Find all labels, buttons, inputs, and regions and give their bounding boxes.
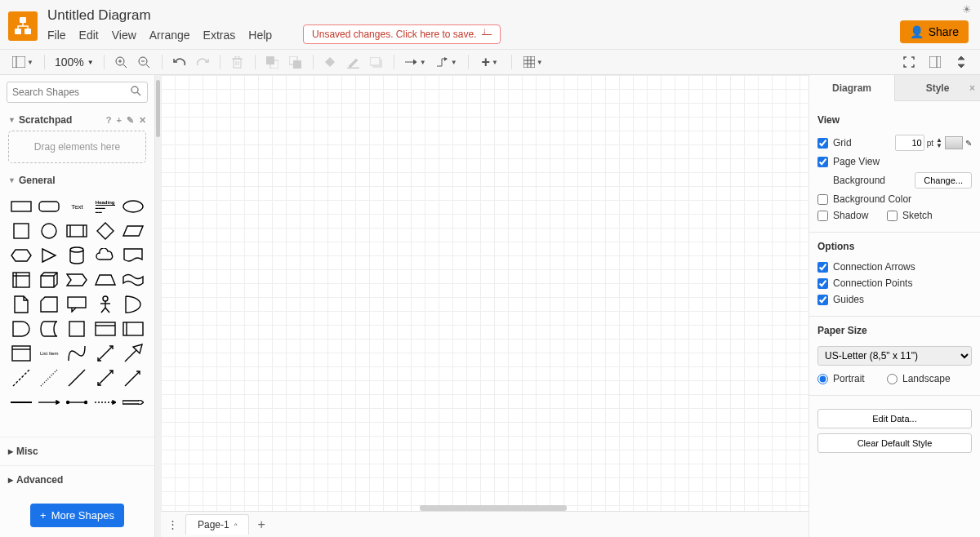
more-shapes-button[interactable]: +More Shapes <box>30 504 124 527</box>
shape-trapezoid[interactable] <box>92 269 118 291</box>
shape-heading[interactable]: Heading▬▬▬▬▬ <box>92 196 118 217</box>
shape-process[interactable] <box>64 220 90 242</box>
shape-bidirectional-arrow[interactable] <box>92 343 118 364</box>
shape-line[interactable] <box>64 367 90 388</box>
app-logo[interactable] <box>8 11 38 41</box>
to-front-button[interactable] <box>262 52 283 72</box>
shape-ellipse[interactable] <box>120 196 146 217</box>
shape-rectangle[interactable] <box>8 196 34 217</box>
background-color-checkbox[interactable] <box>817 194 828 205</box>
waypoint-button[interactable]: ▼ <box>432 52 461 72</box>
background-change-button[interactable]: Change... <box>915 172 972 189</box>
shape-parallelogram[interactable] <box>120 220 146 242</box>
paper-size-select[interactable]: US-Letter (8,5" x 11") <box>817 346 972 366</box>
drawing-canvas[interactable] <box>161 75 808 537</box>
misc-section-header[interactable]: ▸Misc <box>0 437 154 465</box>
add-page-button[interactable]: + <box>257 517 265 532</box>
connection-points-checkbox[interactable] <box>817 278 828 289</box>
menu-arrange[interactable]: Arrange <box>149 25 198 45</box>
shape-triangle[interactable] <box>36 245 62 266</box>
shape-internal-storage[interactable] <box>8 269 34 291</box>
shape-directional-connector[interactable] <box>120 367 146 388</box>
shadow-checkbox[interactable] <box>817 211 828 221</box>
edit-icon[interactable]: ✎ <box>965 139 972 148</box>
shape-hexagon[interactable] <box>8 245 34 266</box>
shape-or[interactable] <box>120 294 146 315</box>
shape-rounded-rectangle[interactable] <box>36 196 62 217</box>
scratchpad-add-icon[interactable]: + <box>117 115 122 126</box>
shadow-button[interactable] <box>366 52 387 72</box>
page-tab-1[interactable]: Page-1^ <box>185 514 249 535</box>
sidebar-scrollbar[interactable] <box>155 75 161 537</box>
zoom-dropdown[interactable]: 100%▼ <box>51 55 97 69</box>
search-shapes-input[interactable] <box>7 82 148 103</box>
shape-curve[interactable] <box>64 343 90 364</box>
scratchpad-edit-icon[interactable]: ✎ <box>127 115 134 126</box>
format-panel-toggle[interactable] <box>924 52 946 72</box>
shape-container-vrect[interactable] <box>120 318 146 340</box>
connection-button[interactable]: ▼ <box>401 52 430 72</box>
shape-link5[interactable] <box>120 392 146 413</box>
sketch-checkbox[interactable] <box>887 211 898 221</box>
tab-style[interactable]: Style× <box>894 75 980 101</box>
menu-edit[interactable]: Edit <box>79 25 107 45</box>
shape-link4[interactable] <box>92 392 118 413</box>
shape-container-square[interactable] <box>64 318 90 340</box>
shape-tape[interactable] <box>120 269 146 291</box>
sidebar-toggle-button[interactable]: ▼ <box>8 52 38 72</box>
shape-arrow[interactable] <box>120 343 146 364</box>
scratchpad-help-icon[interactable]: ? <box>106 115 112 126</box>
scratchpad-section-header[interactable]: ▼ Scratchpad ? + ✎ ✕ <box>0 109 154 131</box>
insert-button[interactable]: +▼ <box>475 52 505 72</box>
shape-callout[interactable] <box>64 294 90 315</box>
shape-cylinder[interactable] <box>64 245 90 266</box>
table-button[interactable]: ▼ <box>519 52 548 72</box>
grid-size-input[interactable] <box>895 135 924 151</box>
shape-card[interactable] <box>36 294 62 315</box>
general-section-header[interactable]: ▼ General <box>0 170 154 191</box>
shape-square[interactable] <box>8 220 34 242</box>
shape-container-hrect[interactable] <box>92 318 118 340</box>
menu-file[interactable]: File <box>47 25 74 45</box>
shape-list-item[interactable]: List Item <box>36 343 62 364</box>
collapse-button[interactable] <box>951 52 972 72</box>
shape-and[interactable] <box>8 318 34 340</box>
landscape-radio[interactable] <box>887 374 898 384</box>
tab-diagram[interactable]: Diagram <box>809 75 894 101</box>
to-back-button[interactable] <box>285 52 306 72</box>
unsaved-changes-banner[interactable]: Unsaved changes. Click here to save. <box>303 24 500 44</box>
shape-text[interactable]: Text <box>64 196 90 217</box>
edit-data-button[interactable]: Edit Data... <box>817 409 972 428</box>
connection-arrows-checkbox[interactable] <box>817 262 828 273</box>
shape-circle[interactable] <box>36 220 62 242</box>
grid-color-swatch[interactable] <box>945 136 963 149</box>
canvas-horizontal-scrollbar[interactable] <box>420 505 567 511</box>
close-icon[interactable]: × <box>969 82 975 94</box>
advanced-section-header[interactable]: ▸Advanced <box>0 465 154 494</box>
shape-list[interactable] <box>8 343 34 364</box>
redo-button[interactable] <box>192 52 213 72</box>
zoom-out-button[interactable] <box>134 52 155 72</box>
line-color-button[interactable] <box>343 52 364 72</box>
menu-extras[interactable]: Extras <box>203 25 244 45</box>
shape-data-storage[interactable] <box>36 318 62 340</box>
grid-checkbox[interactable] <box>817 138 828 149</box>
scratchpad-dropzone[interactable]: Drag elements here <box>8 131 146 163</box>
fullscreen-button[interactable] <box>898 52 920 72</box>
clear-default-style-button[interactable]: Clear Default Style <box>817 433 972 453</box>
search-icon[interactable] <box>131 86 141 99</box>
portrait-radio[interactable] <box>817 374 828 384</box>
pages-menu-icon[interactable]: ⋮ <box>167 518 177 530</box>
undo-button[interactable] <box>169 52 190 72</box>
menu-help[interactable]: Help <box>248 25 280 45</box>
zoom-in-button[interactable] <box>111 52 132 72</box>
shape-bidir-connector[interactable] <box>92 367 118 388</box>
document-title[interactable]: Untitled Diagram <box>47 7 285 25</box>
page-view-checkbox[interactable] <box>817 157 828 167</box>
shape-diamond[interactable] <box>92 220 118 242</box>
shape-note[interactable] <box>8 294 34 315</box>
menu-view[interactable]: View <box>112 25 145 45</box>
delete-button[interactable] <box>227 52 248 72</box>
theme-toggle-icon[interactable]: ☀ <box>962 3 972 16</box>
fill-color-button[interactable] <box>320 52 341 72</box>
